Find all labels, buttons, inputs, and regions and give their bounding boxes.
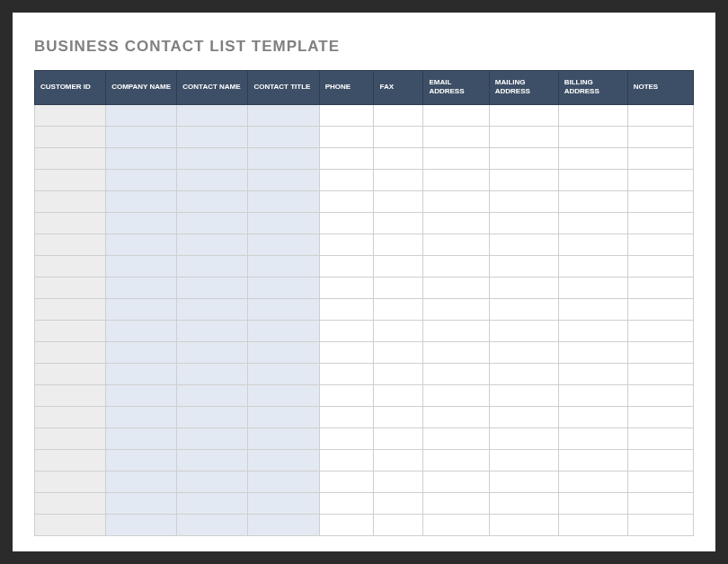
- table-cell[interactable]: [319, 363, 374, 384]
- table-cell[interactable]: [319, 147, 374, 169]
- table-cell[interactable]: [558, 471, 627, 492]
- table-cell[interactable]: [374, 169, 423, 190]
- table-cell[interactable]: [319, 212, 374, 234]
- table-cell[interactable]: [489, 384, 558, 406]
- table-cell[interactable]: [319, 126, 374, 147]
- table-cell[interactable]: [35, 427, 106, 449]
- table-cell[interactable]: [177, 298, 248, 320]
- table-cell[interactable]: [177, 514, 248, 535]
- table-cell[interactable]: [558, 406, 627, 427]
- table-cell[interactable]: [248, 363, 319, 384]
- table-cell[interactable]: [35, 234, 106, 255]
- table-cell[interactable]: [489, 169, 558, 190]
- table-cell[interactable]: [319, 104, 374, 126]
- table-cell[interactable]: [35, 277, 106, 298]
- table-cell[interactable]: [374, 341, 423, 363]
- table-cell[interactable]: [558, 126, 627, 147]
- table-cell[interactable]: [627, 255, 693, 277]
- table-cell[interactable]: [489, 406, 558, 427]
- table-cell[interactable]: [319, 471, 374, 492]
- table-cell[interactable]: [558, 320, 627, 341]
- table-cell[interactable]: [423, 363, 489, 384]
- table-cell[interactable]: [35, 147, 106, 169]
- table-cell[interactable]: [558, 190, 627, 212]
- table-cell[interactable]: [489, 212, 558, 234]
- table-cell[interactable]: [558, 492, 627, 514]
- table-cell[interactable]: [177, 341, 248, 363]
- table-cell[interactable]: [35, 190, 106, 212]
- table-cell[interactable]: [627, 514, 693, 535]
- table-cell[interactable]: [558, 147, 627, 169]
- table-cell[interactable]: [423, 471, 489, 492]
- table-cell[interactable]: [558, 212, 627, 234]
- table-cell[interactable]: [248, 147, 319, 169]
- table-cell[interactable]: [489, 147, 558, 169]
- table-cell[interactable]: [177, 104, 248, 126]
- table-cell[interactable]: [489, 449, 558, 471]
- table-cell[interactable]: [248, 384, 319, 406]
- table-cell[interactable]: [423, 427, 489, 449]
- table-cell[interactable]: [374, 514, 423, 535]
- table-cell[interactable]: [489, 363, 558, 384]
- table-cell[interactable]: [423, 234, 489, 255]
- table-cell[interactable]: [106, 298, 177, 320]
- table-cell[interactable]: [35, 104, 106, 126]
- table-cell[interactable]: [374, 298, 423, 320]
- table-cell[interactable]: [248, 449, 319, 471]
- table-cell[interactable]: [423, 298, 489, 320]
- table-cell[interactable]: [319, 449, 374, 471]
- table-cell[interactable]: [177, 449, 248, 471]
- table-cell[interactable]: [106, 449, 177, 471]
- table-cell[interactable]: [489, 514, 558, 535]
- table-cell[interactable]: [423, 190, 489, 212]
- table-cell[interactable]: [627, 298, 693, 320]
- table-cell[interactable]: [489, 471, 558, 492]
- table-cell[interactable]: [374, 449, 423, 471]
- table-cell[interactable]: [35, 255, 106, 277]
- table-cell[interactable]: [489, 341, 558, 363]
- table-cell[interactable]: [627, 406, 693, 427]
- table-cell[interactable]: [248, 169, 319, 190]
- table-cell[interactable]: [177, 126, 248, 147]
- table-cell[interactable]: [319, 298, 374, 320]
- table-cell[interactable]: [374, 212, 423, 234]
- table-cell[interactable]: [627, 234, 693, 255]
- table-cell[interactable]: [489, 298, 558, 320]
- table-cell[interactable]: [177, 384, 248, 406]
- table-cell[interactable]: [374, 384, 423, 406]
- table-cell[interactable]: [627, 363, 693, 384]
- table-cell[interactable]: [177, 320, 248, 341]
- table-cell[interactable]: [423, 492, 489, 514]
- table-cell[interactable]: [248, 234, 319, 255]
- table-cell[interactable]: [35, 169, 106, 190]
- table-cell[interactable]: [35, 384, 106, 406]
- table-cell[interactable]: [558, 255, 627, 277]
- table-cell[interactable]: [319, 255, 374, 277]
- table-cell[interactable]: [177, 169, 248, 190]
- table-cell[interactable]: [423, 255, 489, 277]
- table-cell[interactable]: [423, 320, 489, 341]
- table-cell[interactable]: [248, 212, 319, 234]
- table-cell[interactable]: [319, 384, 374, 406]
- table-cell[interactable]: [627, 449, 693, 471]
- table-cell[interactable]: [248, 255, 319, 277]
- table-cell[interactable]: [177, 277, 248, 298]
- table-cell[interactable]: [35, 406, 106, 427]
- table-cell[interactable]: [248, 126, 319, 147]
- table-cell[interactable]: [106, 277, 177, 298]
- table-cell[interactable]: [627, 190, 693, 212]
- table-cell[interactable]: [177, 427, 248, 449]
- table-cell[interactable]: [319, 492, 374, 514]
- table-cell[interactable]: [106, 234, 177, 255]
- table-cell[interactable]: [558, 277, 627, 298]
- table-cell[interactable]: [106, 212, 177, 234]
- table-cell[interactable]: [319, 341, 374, 363]
- table-cell[interactable]: [248, 320, 319, 341]
- table-cell[interactable]: [627, 320, 693, 341]
- table-cell[interactable]: [558, 427, 627, 449]
- table-cell[interactable]: [35, 212, 106, 234]
- table-cell[interactable]: [106, 169, 177, 190]
- table-cell[interactable]: [35, 449, 106, 471]
- table-cell[interactable]: [374, 126, 423, 147]
- table-cell[interactable]: [627, 427, 693, 449]
